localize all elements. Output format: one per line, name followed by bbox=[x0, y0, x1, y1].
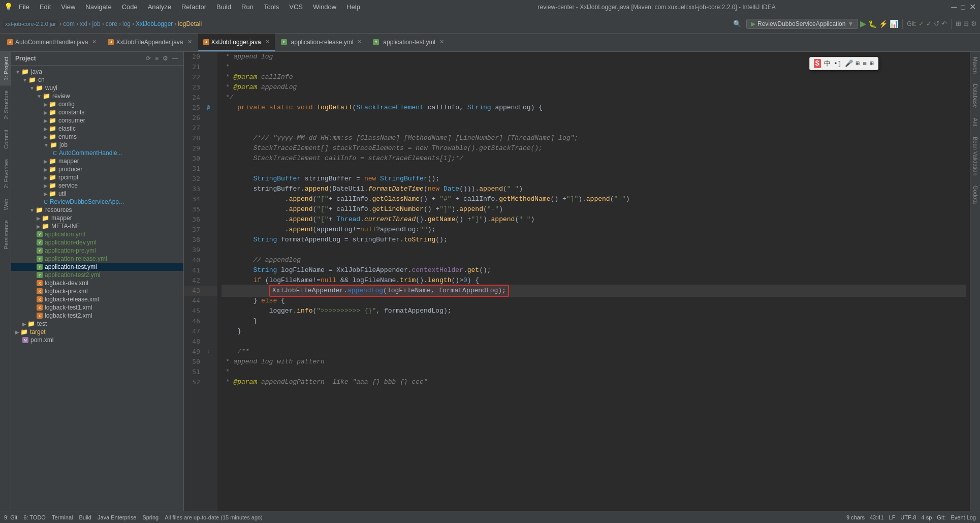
breadcrumb-jar[interactable]: xxl-job-core-2.2.0.jar bbox=[3, 20, 58, 27]
tree-item-mapper[interactable]: ▶ 📁 mapper bbox=[11, 157, 183, 165]
grid-button[interactable]: ⊞ bbox=[956, 20, 961, 27]
sogou-menu-btn[interactable]: ≡ bbox=[863, 60, 867, 68]
search-button[interactable]: 🔍 bbox=[730, 18, 744, 29]
persistence-panel-btn[interactable]: Persistence bbox=[0, 215, 11, 254]
tree-item-enums[interactable]: ▶ 📁 enums bbox=[11, 133, 183, 141]
tree-item-metainf[interactable]: ▶ 📁 META-INF bbox=[11, 222, 183, 230]
close-icon[interactable]: ✕ bbox=[187, 39, 192, 45]
breadcrumb-core[interactable]: core bbox=[106, 20, 117, 27]
close-icon[interactable]: ✕ bbox=[265, 39, 270, 45]
tree-item-application-yml[interactable]: Y application.yml bbox=[11, 230, 183, 238]
tree-item-job[interactable]: ▼ 📁 job bbox=[11, 141, 183, 149]
run-config-selector[interactable]: ▶ ReviewDubboServiceApplication ▼ bbox=[746, 19, 858, 29]
tree-item-util[interactable]: ▶ 📁 util bbox=[11, 190, 183, 198]
code-editor[interactable]: * append log * * @param callInfo * @para… bbox=[217, 52, 970, 511]
sogou-mic-btn[interactable]: 🎤 bbox=[845, 59, 853, 68]
coverage-button[interactable]: ⚡ bbox=[879, 20, 888, 28]
tree-item-application-test[interactable]: Y application-test.yml bbox=[11, 263, 183, 271]
maven-panel-btn[interactable]: Maven bbox=[971, 52, 980, 79]
menu-build[interactable]: Build bbox=[214, 2, 233, 12]
run-button[interactable]: ▶ bbox=[860, 19, 866, 28]
tree-item-logback-dev[interactable]: X logback-dev.xml bbox=[11, 279, 183, 287]
sogou-grid-btn[interactable]: ⊞ bbox=[856, 59, 860, 68]
tree-item-test[interactable]: ▶ 📁 test bbox=[11, 320, 183, 328]
menu-edit[interactable]: Edit bbox=[38, 2, 53, 12]
tree-item-autocommenthandler[interactable]: C AutoCommentHandle... bbox=[11, 149, 183, 157]
minimize-button[interactable]: ─ bbox=[951, 3, 957, 12]
menu-analyze[interactable]: Analyze bbox=[146, 2, 173, 12]
tree-item-application-test2[interactable]: Y application-test2.yml bbox=[11, 271, 183, 279]
close-icon[interactable]: ✕ bbox=[439, 39, 444, 45]
menu-view[interactable]: View bbox=[59, 2, 77, 12]
menu-code[interactable]: Code bbox=[120, 2, 140, 12]
line-separator[interactable]: LF bbox=[889, 514, 896, 520]
web-panel-btn[interactable]: Web bbox=[0, 194, 11, 215]
debug-button[interactable]: 🐛 bbox=[868, 20, 877, 28]
tree-item-application-dev[interactable]: Y application-dev.yml bbox=[11, 238, 183, 247]
tree-item-pom[interactable]: M pom.xml bbox=[11, 336, 183, 344]
event-log-btn[interactable]: Event Log bbox=[951, 514, 976, 520]
cursor-position[interactable]: 43:41 bbox=[870, 514, 884, 520]
tree-item-java[interactable]: ▼ 📁 java bbox=[11, 68, 183, 76]
tree-item-constants[interactable]: ▶ 📁 constants bbox=[11, 108, 183, 116]
close-button[interactable]: ✕ bbox=[969, 2, 976, 12]
tree-item-producer[interactable]: ▶ 📁 producer bbox=[11, 165, 183, 173]
menu-refactor[interactable]: Refactor bbox=[179, 2, 208, 12]
tab-autocommenthandler[interactable]: J AutoCommentHandler.java ✕ bbox=[2, 34, 102, 51]
git-check[interactable]: ✓ bbox=[919, 20, 924, 27]
breadcrumb-xxl[interactable]: xxl bbox=[80, 20, 87, 27]
breadcrumb-log[interactable]: log bbox=[122, 20, 131, 27]
godota-panel-btn[interactable]: Godota bbox=[971, 180, 980, 209]
tree-item-application-pre[interactable]: Y application-pre.yml bbox=[11, 247, 183, 255]
indent-status[interactable]: 4 sp bbox=[922, 514, 932, 520]
java-enterprise-btn[interactable]: Java Enterprise bbox=[98, 514, 136, 520]
menu-tools[interactable]: Tools bbox=[262, 2, 281, 12]
git-history[interactable]: ↺ bbox=[934, 20, 939, 27]
tree-item-cn[interactable]: ▼ 📁 cn bbox=[11, 76, 183, 84]
menu-vcs[interactable]: VCS bbox=[287, 2, 305, 12]
sogou-dots-btn[interactable]: •] bbox=[834, 60, 842, 68]
tree-item-resources[interactable]: ▼ 📁 resources bbox=[11, 206, 183, 214]
tree-item-rpcimpl[interactable]: ▶ 📁 rpcimpl bbox=[11, 173, 183, 181]
tree-item-elastic[interactable]: ▶ 📁 elastic bbox=[11, 125, 183, 133]
tab-xxljobfileappender[interactable]: J XxlJobFileAppender.java ✕ bbox=[103, 34, 197, 51]
tree-item-config[interactable]: ▶ 📁 config bbox=[11, 100, 183, 108]
sogou-skin-btn[interactable]: ⊞ bbox=[870, 59, 874, 68]
tree-item-target[interactable]: ▶ 📁 target bbox=[11, 328, 183, 336]
sidebar-sync-btn[interactable]: ⟳ bbox=[145, 54, 152, 63]
close-icon[interactable]: ✕ bbox=[357, 39, 362, 45]
tree-item-logback-test1[interactable]: X logback-test1.xml bbox=[11, 303, 183, 312]
menu-file[interactable]: File bbox=[17, 2, 31, 12]
tree-item-logback-test2[interactable]: X logback-test2.xml bbox=[11, 312, 183, 320]
breadcrumb-method[interactable]: logDetail bbox=[178, 20, 202, 27]
terminal-btn[interactable]: Terminal bbox=[52, 514, 73, 520]
tree-item-consumer[interactable]: ▶ 📁 consumer bbox=[11, 116, 183, 125]
todo-btn[interactable]: 6: TODO bbox=[23, 514, 46, 520]
project-panel-btn[interactable]: 1: Project bbox=[0, 52, 11, 85]
sogou-chinese-btn[interactable]: 中 bbox=[824, 59, 831, 68]
sidebar-collapse-btn[interactable]: ≡ bbox=[154, 54, 160, 63]
tree-item-logback-pre[interactable]: X logback-pre.xml bbox=[11, 287, 183, 295]
tree-item-mapper2[interactable]: ▶ 📁 mapper bbox=[11, 214, 183, 222]
tree-item-logback-release[interactable]: X logback-release.xml bbox=[11, 295, 183, 303]
breadcrumb-class[interactable]: XxlJobLogger bbox=[136, 20, 173, 27]
tab-xxljoblogger[interactable]: J XxlJobLogger.java ✕ bbox=[198, 34, 275, 51]
git-revert[interactable]: ↶ bbox=[941, 20, 947, 27]
settings-button[interactable]: ⚙ bbox=[971, 20, 977, 27]
commit-panel-btn[interactable]: Commit bbox=[0, 125, 11, 154]
tab-application-release[interactable]: Y application-release.yml ✕ bbox=[276, 34, 367, 51]
structure-panel-btn[interactable]: 2: Structure bbox=[0, 85, 11, 125]
maximize-button[interactable]: □ bbox=[961, 3, 965, 11]
encoding-status[interactable]: UTF-8 bbox=[900, 514, 916, 520]
ant-panel-btn[interactable]: Ant bbox=[971, 113, 980, 132]
layout-button[interactable]: ⊟ bbox=[963, 20, 969, 27]
sidebar-close-btn[interactable]: — bbox=[171, 54, 179, 63]
tree-item-wuyi[interactable]: ▼ 📁 wuyi bbox=[11, 84, 183, 92]
close-icon[interactable]: ✕ bbox=[92, 39, 97, 45]
tree-item-reviewdubbo[interactable]: C ReviewDubboServiceApp... bbox=[11, 198, 183, 206]
breadcrumb-job[interactable]: job bbox=[92, 20, 101, 27]
spring-btn[interactable]: Spring bbox=[142, 514, 159, 520]
sidebar-settings-btn[interactable]: ⚙ bbox=[162, 54, 169, 63]
git-cross[interactable]: ✓ bbox=[926, 20, 932, 27]
menu-window[interactable]: Window bbox=[311, 2, 338, 12]
